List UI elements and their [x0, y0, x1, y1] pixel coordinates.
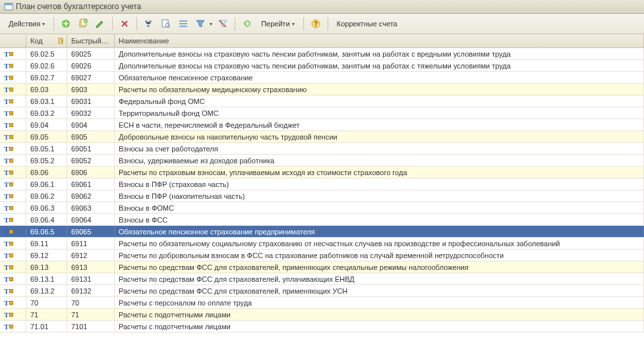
help-button[interactable]: ? — [308, 16, 324, 31]
row-quick: 69051 — [67, 143, 115, 154]
svg-rect-8 — [147, 25, 150, 27]
row-quick: 6912 — [67, 250, 115, 261]
row-name: Добровольные взносы на накопительную час… — [115, 131, 644, 142]
find-button[interactable] — [158, 16, 174, 31]
row-name: Взносы в ПФР (страховая часть) — [115, 178, 644, 190]
table-row[interactable]: T69.136913Расчеты по средствам ФСС для с… — [0, 261, 644, 273]
table-row[interactable]: T69.036903Расчеты по обязательному медиц… — [0, 84, 644, 95]
separator — [303, 17, 304, 30]
filter-off-button[interactable] — [215, 16, 231, 31]
table-row[interactable]: T69.06.469064Взносы в ФСС — [0, 214, 644, 226]
goto-menu[interactable]: Перейти ▾ — [256, 16, 299, 31]
column-header-quick[interactable]: Быстрый… — [67, 34, 115, 47]
account-icon: T — [4, 62, 13, 70]
account-icon: T — [4, 204, 13, 212]
row-code: 69.11 — [26, 238, 67, 249]
table-row[interactable]: T69.13.169131Расчеты по средствам ФСС дл… — [0, 273, 644, 285]
row-name: Расчеты с подотчетными лицами — [115, 309, 644, 320]
column-header-code[interactable]: Код — [26, 34, 67, 47]
table-row[interactable]: T71.017101Расчеты с подотчетными лицами — [0, 321, 644, 332]
column-header-icon[interactable] — [0, 34, 26, 47]
account-icon: T — [4, 263, 13, 271]
table-row[interactable]: T69.116911Расчеты по обязательному социа… — [0, 238, 644, 250]
table-row[interactable]: T69.02.569025Дополнительные взносы на ст… — [0, 48, 644, 60]
row-quick: 69026 — [67, 60, 115, 71]
row-name: Расчеты с персоналом по оплате труда — [115, 297, 644, 308]
row-code: 69.03.1 — [26, 95, 67, 107]
row-quick: 71 — [67, 309, 115, 320]
row-code: 69.05.2 — [26, 155, 67, 166]
table-row[interactable]: T7070Расчеты с персоналом по оплате труд… — [0, 297, 644, 309]
add-copy-button[interactable] — [75, 16, 91, 31]
correct-accounts-button[interactable]: Корректные счета — [332, 16, 402, 31]
edit-button[interactable] — [92, 16, 108, 31]
column-name-label: Наименование — [119, 37, 169, 45]
table-row[interactable]: T69.05.269052Взносы, удерживаемые из дох… — [0, 155, 644, 167]
list-button[interactable] — [175, 16, 191, 31]
row-icon-cell: T — [0, 238, 26, 249]
row-icon-cell: T — [0, 190, 26, 201]
table-row[interactable]: T69.03.269032Территориальный фонд ОМС — [0, 107, 644, 119]
account-icon: T — [4, 121, 13, 129]
separator — [112, 17, 113, 30]
row-name: ЕСН в части, перечисляемой в Федеральный… — [115, 119, 644, 130]
table-row[interactable]: T69.06.569065Обязательное пенсионное стр… — [0, 226, 644, 238]
row-code: 69.06.1 — [26, 178, 67, 190]
table-row[interactable]: T69.06.369063Взносы в ФОМС — [0, 202, 644, 214]
sort-indicator-icon — [58, 37, 65, 45]
toolbar: Действия ▾ ▾ Перейти ▾ ? Корректные счет… — [0, 14, 644, 34]
row-name: Расчеты по добровольным взносам в ФСС на… — [115, 250, 644, 261]
row-code: 69.04 — [26, 119, 67, 130]
row-name: Взносы за счет работодателя — [115, 143, 644, 154]
row-code: 69.05.1 — [26, 143, 67, 154]
account-icon: T — [4, 192, 13, 200]
row-name: Взносы, удерживаемые из доходов работник… — [115, 155, 644, 166]
delete-button[interactable] — [117, 16, 132, 31]
account-icon: T — [4, 97, 13, 105]
separator — [136, 17, 137, 30]
row-icon-cell: T — [0, 167, 26, 178]
filter-dropdown[interactable]: ▾ — [208, 21, 214, 27]
row-icon-cell: T — [0, 202, 26, 213]
row-icon-cell: T — [0, 261, 26, 273]
row-quick: 69065 — [67, 226, 115, 237]
actions-label: Действия — [9, 20, 40, 28]
refresh-button[interactable] — [239, 16, 255, 31]
account-icon: T — [4, 169, 13, 176]
table-row[interactable]: T69.066906Расчеты по страховым взносам, … — [0, 167, 644, 178]
account-icon: T — [4, 299, 13, 307]
separator — [328, 17, 328, 30]
table-row[interactable]: T69.046904ЕСН в части, перечисляемой в Ф… — [0, 119, 644, 131]
add-button[interactable] — [58, 16, 74, 31]
column-code-label: Код — [30, 37, 43, 45]
table-row[interactable]: T69.02.669026Дополнительные взносы на ст… — [0, 60, 644, 72]
table-row[interactable]: T69.13.269132Расчеты по средствам ФСС дл… — [0, 285, 644, 297]
table-row[interactable]: T7171Расчеты с подотчетными лицами — [0, 309, 644, 321]
table-row[interactable]: T69.06.269062Взносы в ПФР (накопительная… — [0, 190, 644, 202]
table-row[interactable]: T69.05.169051Взносы за счет работодателя — [0, 143, 644, 155]
row-name: Федеральный фонд ОМС — [115, 95, 644, 107]
row-quick: 6913 — [67, 261, 115, 273]
filter-button[interactable] — [192, 16, 208, 31]
row-name: Обязательное пенсионное страхование пред… — [115, 226, 644, 237]
table-row[interactable]: T69.06.169061Взносы в ПФР (страховая час… — [0, 178, 644, 190]
window-title: План счетов бухгалтерского учета — [16, 2, 141, 11]
row-quick: 69025 — [67, 48, 115, 59]
account-icon: T — [4, 228, 13, 236]
account-icon: T — [4, 240, 13, 248]
actions-menu[interactable]: Действия ▾ — [4, 16, 49, 31]
row-code: 69.06.2 — [26, 190, 67, 201]
separator — [235, 17, 235, 30]
table-row[interactable]: T69.056905Добровольные взносы на накопит… — [0, 131, 644, 143]
account-icon: T — [4, 145, 13, 153]
row-code: 69.03 — [26, 84, 67, 95]
table-row[interactable]: T69.126912Расчеты по добровольным взноса… — [0, 250, 644, 261]
column-header-name[interactable]: Наименование — [115, 34, 644, 47]
chevron-down-icon: ▾ — [292, 21, 295, 27]
hierarchy-button[interactable] — [141, 16, 157, 31]
table-row[interactable]: T69.02.769027Обязательное пенсионное стр… — [0, 72, 644, 84]
table-row[interactable]: T69.03.169031Федеральный фонд ОМС — [0, 95, 644, 107]
row-icon-cell: T — [0, 60, 26, 71]
row-name: Взносы в ПФР (накопительная часть) — [115, 190, 644, 201]
row-name: Территориальный фонд ОМС — [115, 107, 644, 119]
